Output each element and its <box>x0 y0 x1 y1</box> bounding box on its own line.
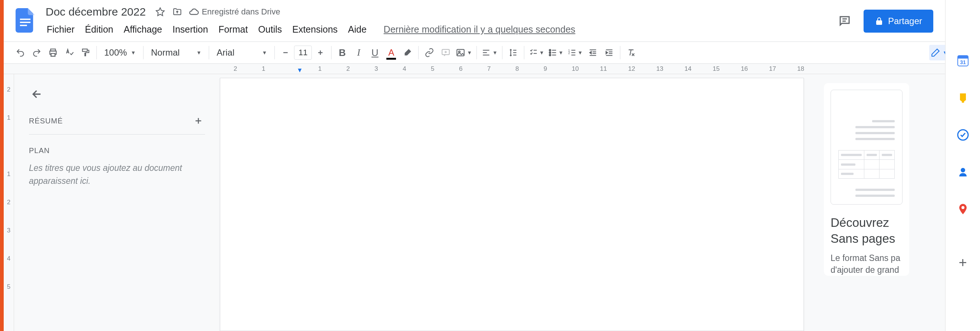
plan-title: PLAN <box>29 146 205 155</box>
menu-edit[interactable]: Édition <box>80 22 118 37</box>
indent-marker-icon[interactable]: ▼ <box>297 67 303 74</box>
vertical-ruler[interactable]: 2 1 1 2 3 4 5 <box>4 74 14 331</box>
outline-close-button[interactable] <box>29 86 45 102</box>
svg-point-54 <box>961 168 965 172</box>
chevron-down-icon: ▼ <box>262 50 267 56</box>
bold-button[interactable]: B <box>334 45 350 60</box>
separator <box>620 46 620 59</box>
separator <box>418 46 418 59</box>
numbered-list-button[interactable]: 12▼ <box>566 45 584 60</box>
horizontal-ruler[interactable]: 2 1 1 2 3 4 5 6 7 8 9 10 11 12 13 14 15 … <box>4 64 980 74</box>
svg-rect-1 <box>20 22 30 23</box>
comment-history-icon[interactable] <box>835 11 855 31</box>
zoom-select[interactable]: 100%▼ <box>100 45 140 60</box>
svg-rect-2 <box>20 25 27 26</box>
menu-format[interactable]: Format <box>214 22 252 37</box>
add-addon-button[interactable]: + <box>955 254 971 271</box>
spellcheck-button[interactable] <box>62 45 77 60</box>
outline-panel: RÉSUMÉ PLAN Les titres que vous ajoutez … <box>14 74 220 331</box>
align-button[interactable]: ▼ <box>480 45 499 60</box>
chevron-down-icon: ▼ <box>196 50 201 56</box>
document-title[interactable]: Doc décembre 2022 <box>42 4 149 20</box>
insert-image-button[interactable]: ▼ <box>454 45 474 60</box>
chevron-down-icon: ▼ <box>467 50 472 56</box>
promo-illustration <box>830 90 902 205</box>
paragraph-style-select[interactable]: Normal▼ <box>146 45 206 60</box>
bulleted-list-button[interactable]: ▼ <box>547 45 565 60</box>
svg-rect-16 <box>457 49 465 56</box>
header: Doc décembre 2022 Enregistré dans Drive … <box>4 0 980 41</box>
os-sidebar <box>0 0 4 331</box>
print-button[interactable] <box>45 45 61 60</box>
menu-tools[interactable]: Outils <box>254 22 286 37</box>
font-size-increase[interactable] <box>313 45 328 60</box>
svg-point-28 <box>549 54 550 56</box>
underline-button[interactable]: U <box>367 45 383 60</box>
pageless-promo-card[interactable]: Découvrez Sans pages Le format Sans pa d… <box>824 83 909 276</box>
title-row: Doc décembre 2022 Enregistré dans Drive <box>42 4 835 20</box>
menu-view[interactable]: Affichage <box>119 22 167 37</box>
outline-summary-section: RÉSUMÉ <box>29 114 205 135</box>
save-status[interactable]: Enregistré dans Drive <box>188 7 280 17</box>
docs-home-icon[interactable] <box>13 4 38 37</box>
decrease-indent-button[interactable] <box>585 45 601 60</box>
separator <box>274 46 275 59</box>
clear-formatting-button[interactable] <box>623 45 639 60</box>
add-summary-button[interactable] <box>192 114 205 127</box>
menu-help[interactable]: Aide <box>344 22 371 37</box>
paint-format-button[interactable] <box>78 45 94 60</box>
promo-text: Le format Sans pa d'ajouter de grand <box>830 252 902 276</box>
chevron-down-icon: ▼ <box>539 50 544 56</box>
font-size-decrease[interactable] <box>278 45 293 60</box>
summary-title: RÉSUMÉ <box>29 117 63 125</box>
tasks-app-icon[interactable] <box>955 127 971 143</box>
font-size-input[interactable] <box>294 46 312 60</box>
chevron-down-icon: ▼ <box>492 50 498 56</box>
redo-button[interactable] <box>29 45 45 60</box>
content-area: 2 1 1 2 3 4 5 RÉSUMÉ P <box>4 74 980 331</box>
highlight-button[interactable] <box>400 45 415 60</box>
outline-plan-section: PLAN Les titres que vous ajoutez au docu… <box>29 146 205 187</box>
svg-point-27 <box>549 52 550 53</box>
insert-comment-button[interactable] <box>438 45 453 60</box>
menubar: Fichier Édition Affichage Insertion Form… <box>42 20 835 38</box>
document-page[interactable] <box>220 78 804 331</box>
chevron-down-icon: ▼ <box>558 50 563 56</box>
separator <box>524 46 524 59</box>
star-icon[interactable] <box>154 6 166 18</box>
outline-placeholder: Les titres que vous ajoutez au document … <box>29 162 205 187</box>
keep-app-icon[interactable] <box>955 90 971 106</box>
contacts-app-icon[interactable] <box>955 164 971 180</box>
text-color-button[interactable]: A <box>383 45 399 60</box>
font-select[interactable]: Arial▼ <box>212 45 271 60</box>
last-edit-link[interactable]: Dernière modification il y a quelques se… <box>384 24 576 35</box>
share-label: Partager <box>888 16 922 26</box>
maps-app-icon[interactable] <box>955 201 971 217</box>
move-icon[interactable] <box>171 6 183 18</box>
save-status-text: Enregistré dans Drive <box>202 7 280 17</box>
svg-text:2: 2 <box>568 51 570 55</box>
divider <box>29 134 205 135</box>
lock-icon <box>875 17 884 25</box>
svg-rect-50 <box>958 56 968 59</box>
italic-button[interactable]: I <box>351 45 366 60</box>
separator <box>331 46 331 59</box>
side-apps-panel: 31 + <box>945 0 980 331</box>
chevron-down-icon: ▼ <box>578 50 583 56</box>
undo-button[interactable] <box>13 45 28 60</box>
menu-file[interactable]: Fichier <box>42 22 79 37</box>
insert-link-button[interactable] <box>422 45 437 60</box>
line-spacing-button[interactable] <box>505 45 521 60</box>
checklist-button[interactable]: ▼ <box>527 45 546 60</box>
increase-indent-button[interactable] <box>601 45 617 60</box>
promo-title: Découvrez Sans pages <box>830 215 902 247</box>
calendar-app-icon[interactable]: 31 <box>955 53 971 69</box>
share-button[interactable]: Partager <box>864 10 933 33</box>
cloud-icon <box>188 7 199 17</box>
svg-text:31: 31 <box>960 59 966 65</box>
svg-rect-0 <box>20 19 30 20</box>
menu-extensions[interactable]: Extensions <box>288 22 342 37</box>
svg-point-26 <box>549 49 550 51</box>
separator <box>502 46 503 59</box>
menu-insert[interactable]: Insertion <box>168 22 212 37</box>
